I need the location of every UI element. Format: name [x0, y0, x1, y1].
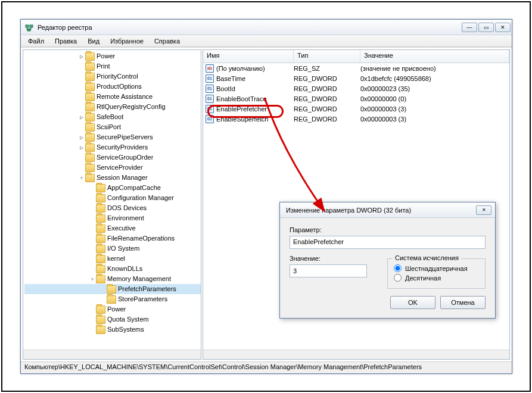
value-data: 0x1dbefcfc (499055868): [360, 75, 509, 82]
folder-icon: [85, 73, 95, 81]
tree-item[interactable]: StoreParameters: [24, 294, 201, 304]
tree-item[interactable]: AppCompatCache: [24, 183, 201, 193]
tree-item[interactable]: I/O System: [24, 244, 201, 254]
tree-item[interactable]: SubSystems: [24, 325, 201, 335]
tree-item[interactable]: PrefetchParameters: [24, 284, 201, 294]
tree-item-label: ServiceGroupOrder: [97, 152, 153, 163]
tree-item[interactable]: Configuration Manager: [24, 193, 201, 203]
menu-view[interactable]: Вид: [83, 36, 104, 46]
tree-item-label: Power: [107, 304, 126, 314]
close-button[interactable]: ✕: [495, 23, 511, 32]
column-headers[interactable]: Имя Тип Значение: [203, 50, 509, 63]
menu-favorites[interactable]: Избранное: [105, 36, 148, 46]
folder-icon: [107, 295, 116, 304]
folder-icon: [85, 154, 95, 162]
folder-icon: [96, 305, 105, 314]
value-row[interactable]: 01EnableSuperfetchREG_DWORD0x00000003 (3…: [203, 114, 509, 124]
radix-dec[interactable]: Десятичная: [394, 274, 479, 282]
expand-toggle-icon[interactable]: ▷: [78, 142, 85, 152]
folder-icon: [96, 245, 105, 253]
tree-item[interactable]: ▷SecurityProviders: [24, 142, 201, 152]
value-type: REG_SZ: [294, 65, 360, 72]
tree-hscrollbar[interactable]: [23, 350, 201, 359]
tree-item-label: kernel: [107, 254, 125, 264]
dword-value-icon: 01: [204, 95, 215, 103]
cancel-button[interactable]: Отмена: [440, 296, 486, 309]
tree-item-label: Quota System: [107, 314, 149, 325]
tree-item-label: SubSystems: [107, 325, 144, 335]
folder-icon: [96, 184, 105, 192]
tree-item[interactable]: Print: [24, 61, 201, 71]
folder-icon: [85, 103, 95, 111]
tree-item[interactable]: KnownDLLs: [24, 264, 201, 274]
expand-toggle-icon[interactable]: ▷: [78, 112, 85, 122]
tree-item[interactable]: ServiceProvider: [24, 163, 201, 173]
maximize-button[interactable]: ▭: [478, 23, 494, 32]
tree-item[interactable]: PriorityControl: [24, 71, 201, 82]
svg-rect-0: [26, 25, 29, 27]
tree-item[interactable]: ▷SafeBoot: [24, 112, 201, 122]
folder-icon: [96, 235, 105, 243]
col-name[interactable]: Имя: [203, 50, 294, 63]
col-type[interactable]: Тип: [294, 50, 360, 63]
menu-help[interactable]: Справка: [150, 36, 185, 46]
tree-item[interactable]: ▷Power: [24, 51, 201, 61]
radix-hex[interactable]: Шестнадцатеричная: [394, 264, 479, 272]
radix-legend: Система исчисления: [393, 254, 461, 261]
tree-item[interactable]: RtlQueryRegistryConfig: [24, 102, 201, 112]
tree-item[interactable]: Power: [24, 304, 201, 314]
tree-item[interactable]: Executive: [24, 223, 201, 233]
folder-icon: [85, 113, 95, 121]
folder-icon: [96, 224, 105, 233]
value-name: EnableBootTrace: [216, 95, 294, 102]
param-label: Параметр:: [290, 226, 486, 233]
value-row[interactable]: ab(По умолчанию)REG_SZ(значение не присв…: [203, 63, 509, 73]
values-hscrollbar[interactable]: [203, 350, 509, 359]
tree-item[interactable]: Quota System: [24, 314, 201, 325]
folder-icon: [96, 275, 105, 283]
string-value-icon: ab: [204, 64, 215, 73]
value-row[interactable]: 01BaseTimeREG_DWORD0x1dbefcfc (499055868…: [203, 73, 509, 83]
tree-item-label: PrefetchParameters: [118, 284, 176, 294]
tree-item[interactable]: ▿Session Manager: [24, 173, 201, 183]
tree-item-label: RtlQueryRegistryConfig: [97, 102, 166, 112]
col-value[interactable]: Значение: [360, 50, 509, 63]
minimize-button[interactable]: —: [462, 23, 477, 32]
expand-toggle-icon[interactable]: ▿: [89, 274, 96, 284]
dialog-titlebar[interactable]: Изменение параметра DWORD (32 бита) ✕: [280, 202, 495, 218]
tree-item[interactable]: ▷SecurePipeServers: [24, 132, 201, 142]
expand-toggle-icon[interactable]: ▷: [78, 51, 85, 61]
value-name: BaseTime: [216, 75, 294, 82]
tree-item[interactable]: ProductOptions: [24, 82, 201, 92]
tree-item[interactable]: ServiceGroupOrder: [24, 152, 201, 163]
value-row[interactable]: 01EnableBootTraceREG_DWORD0x00000000 (0): [203, 93, 509, 104]
expand-toggle-icon[interactable]: ▷: [78, 132, 85, 142]
radix-dec-radio[interactable]: [394, 274, 402, 282]
ok-button[interactable]: OK: [390, 296, 435, 309]
titlebar[interactable]: Редактор реестра — ▭ ✕: [21, 20, 512, 35]
tree-item-label: Session Manager: [97, 173, 148, 183]
value-input[interactable]: [290, 264, 367, 277]
value-row[interactable]: 01BootIdREG_DWORD0x00000023 (35): [203, 83, 509, 93]
tree-item[interactable]: ScsiPort: [24, 122, 201, 132]
value-row[interactable]: 01EnablePrefetcherREG_DWORD0x00000003 (3…: [203, 104, 509, 114]
folder-icon: [85, 133, 95, 142]
dialog-close-button[interactable]: ✕: [476, 205, 491, 215]
dword-value-icon: 01: [204, 85, 215, 93]
tree-item[interactable]: Environment: [24, 213, 201, 223]
tree-item-label: Remote Assistance: [97, 92, 153, 102]
value-name: EnableSuperfetch: [216, 116, 294, 123]
tree-item-label: KnownDLLs: [107, 264, 142, 274]
radix-hex-radio[interactable]: [394, 264, 402, 272]
menu-edit[interactable]: Правка: [50, 36, 82, 46]
tree-item[interactable]: DOS Devices: [24, 203, 201, 213]
menu-file[interactable]: Файл: [23, 36, 49, 46]
tree-item[interactable]: FileRenameOperations: [24, 233, 201, 244]
menubar: Файл Правка Вид Избранное Справка: [21, 35, 512, 47]
tree-item[interactable]: ▿Memory Management: [24, 274, 201, 284]
tree-item-label: I/O System: [107, 244, 139, 254]
tree-panel[interactable]: ▷PowerPrintPriorityControlProductOptions…: [23, 49, 201, 360]
tree-item[interactable]: kernel: [24, 254, 201, 264]
tree-item[interactable]: Remote Assistance: [24, 92, 201, 102]
expand-toggle-icon[interactable]: ▿: [78, 173, 85, 183]
